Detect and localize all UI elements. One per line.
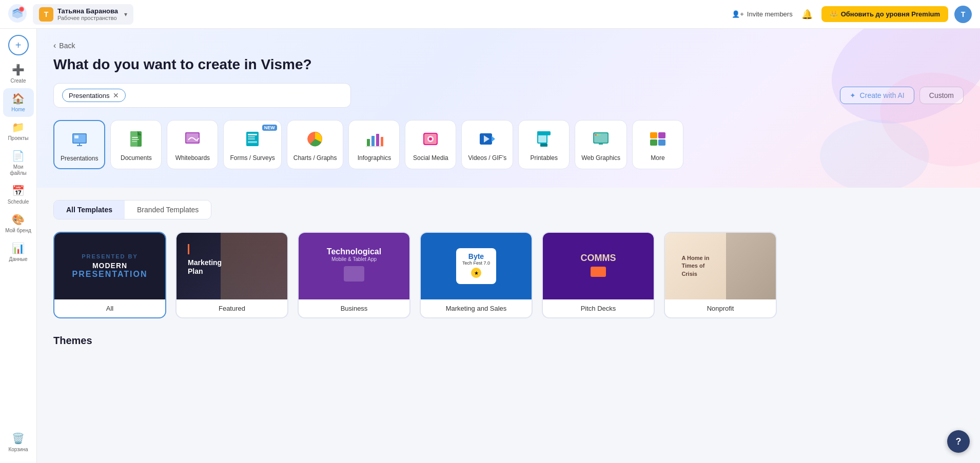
svg-rect-21 [248, 138, 255, 139]
user-avatar[interactable]: T [954, 6, 972, 23]
svg-rect-46 [650, 132, 657, 138]
category-card-videos[interactable]: Videos / GIF's [461, 120, 513, 169]
category-label-more: More [651, 154, 664, 162]
sidebar-label-brand: Мой бренд [5, 228, 31, 234]
template-tabs: All TemplatesBranded Templates [53, 200, 211, 219]
template-card-marketing[interactable]: ByteTech Fest 7.0★ Marketing and Sales [420, 232, 533, 318]
template-thumb-marketing: ByteTech Fest 7.0★ [421, 233, 532, 299]
printables-category-icon [534, 129, 554, 149]
whiteboards-category-icon [182, 129, 203, 149]
category-card-printables[interactable]: Printables [518, 120, 570, 169]
svg-point-42 [595, 134, 597, 136]
notifications-button[interactable]: 🔔 [799, 6, 815, 23]
topnav: T Татьяна Баранова Рабочее пространство … [0, 0, 980, 29]
sidebar-label-data: Данные [9, 256, 27, 263]
category-label-whiteboards: Whiteboards [175, 154, 210, 162]
sidebar-item-schedule[interactable]: 📅 Schedule [3, 180, 34, 209]
sidebar-item-my-files[interactable]: 📄 Мои файлы [3, 146, 34, 180]
svg-rect-20 [248, 136, 255, 137]
sidebar-label-my-files: Мои файлы [5, 164, 32, 176]
visme-logo [8, 4, 27, 25]
svg-rect-38 [540, 144, 547, 147]
app-layout: + ➕ Create 🏠 Home 📁 Проекты 📄 Мои файлы … [0, 29, 980, 463]
ai-button-label: Create with AI [860, 91, 905, 99]
category-label-videos: Videos / GIF's [468, 154, 506, 162]
sidebar-item-data[interactable]: 📊 Данные [3, 238, 34, 267]
template-card-all[interactable]: PRESENTED BYMODERNPRESENTATION All [53, 232, 166, 318]
category-card-presentations[interactable]: Presentations [53, 120, 105, 169]
category-card-forms[interactable]: NEW Forms / Surveys [223, 120, 281, 169]
svg-point-2 [20, 8, 23, 11]
main-content: ‹ Back What do you want to create in Vis… [37, 29, 980, 463]
sidebar-label-home: Home [11, 107, 25, 113]
svg-point-32 [429, 137, 432, 140]
category-card-more[interactable]: More [632, 120, 683, 169]
tag-label: Presentations [69, 92, 110, 99]
help-button[interactable]: ? [947, 430, 970, 453]
svg-rect-14 [132, 139, 139, 140]
category-card-social[interactable]: Social Media [405, 120, 456, 169]
forms-category-icon [242, 129, 263, 149]
custom-button[interactable]: Custom [919, 87, 964, 104]
tab-all[interactable]: All Templates [54, 200, 125, 219]
svg-rect-15 [132, 141, 137, 142]
template-card-featured[interactable]: MarketingPlan Featured [175, 232, 288, 318]
svg-rect-19 [248, 134, 257, 135]
sidebar-item-home[interactable]: 🏠 Home [3, 88, 34, 117]
category-card-whiteboards[interactable]: Whiteboards [167, 120, 218, 169]
category-label-infographics: Infographics [358, 154, 391, 162]
category-card-infographics[interactable]: Infographics [348, 120, 400, 169]
svg-rect-13 [132, 137, 138, 138]
brand-icon: 🎨 [12, 213, 25, 226]
workspace-info: Татьяна Баранова Рабочее пространство [57, 7, 118, 21]
projects-icon: 📁 [12, 121, 25, 133]
add-person-icon: 👤+ [732, 10, 744, 18]
workspace-sub-label: Рабочее пространство [57, 15, 118, 21]
tag-close-button[interactable]: ✕ [113, 91, 119, 99]
template-card-pitch[interactable]: COMMS Pitch Decks [542, 232, 655, 318]
search-tag: Presentations ✕ [62, 89, 126, 102]
svg-rect-26 [376, 134, 379, 146]
template-label-all: All [54, 299, 165, 317]
search-bar[interactable]: Presentations ✕ [53, 83, 351, 108]
sidebar-label-schedule: Schedule [8, 199, 29, 205]
upgrade-button[interactable]: 👑 Обновить до уровня Premium [821, 6, 948, 22]
template-cards: PRESENTED BYMODERNPRESENTATION All Marke… [53, 232, 964, 323]
schedule-icon: 📅 [12, 185, 25, 197]
sidebar-item-trash[interactable]: 🗑️ Корзина [3, 428, 34, 457]
svg-point-44 [599, 134, 601, 136]
create-icon: ➕ [12, 64, 25, 76]
svg-rect-48 [650, 139, 657, 146]
back-button[interactable]: ‹ Back [53, 41, 964, 50]
category-card-web[interactable]: Web Graphics [575, 120, 627, 169]
search-row: Presentations ✕ ✦ Create with AI Custom [53, 83, 964, 108]
bell-icon: 🔔 [801, 9, 813, 20]
sidebar-item-brand[interactable]: 🎨 Мой бренд [3, 209, 34, 238]
category-card-charts[interactable]: Charts / Graphs [287, 120, 344, 169]
category-card-documents[interactable]: Documents [110, 120, 162, 169]
new-badge: NEW [262, 125, 277, 131]
template-thumb-all: PRESENTED BYMODERNPRESENTATION [54, 233, 165, 299]
themes-title: Themes [53, 335, 964, 347]
sidebar-item-projects[interactable]: 📁 Проекты [3, 117, 34, 146]
invite-label: Invite members [747, 10, 793, 18]
hero-section: ‹ Back What do you want to create in Vis… [37, 29, 980, 188]
presentations-category-icon [69, 129, 90, 150]
more-category-icon [648, 129, 668, 149]
category-label-web: Web Graphics [581, 154, 620, 162]
sidebar-create-button[interactable]: + [8, 35, 29, 55]
templates-section: All TemplatesBranded Templates PRESENTED… [37, 188, 980, 335]
category-label-documents: Documents [121, 154, 152, 162]
template-card-business[interactable]: TechnologicalMobile & Tablet App Busines… [298, 232, 410, 318]
crown-icon: 👑 [830, 10, 838, 18]
charts-category-icon [305, 129, 325, 149]
create-with-ai-button[interactable]: ✦ Create with AI [840, 87, 914, 104]
invite-members-button[interactable]: 👤+ Invite members [732, 10, 792, 18]
svg-rect-8 [74, 135, 79, 138]
tab-branded[interactable]: Branded Templates [125, 200, 211, 219]
template-label-business: Business [299, 299, 409, 317]
template-card-nonprofit[interactable]: A Home inTimes ofCrisis Nonprofit [664, 232, 777, 318]
sidebar-item-create[interactable]: ➕ Create [3, 59, 34, 88]
workspace-selector[interactable]: T Татьяна Баранова Рабочее пространство … [33, 4, 133, 25]
categories-row: Presentations Documents Whiteboards NEW … [53, 120, 964, 171]
